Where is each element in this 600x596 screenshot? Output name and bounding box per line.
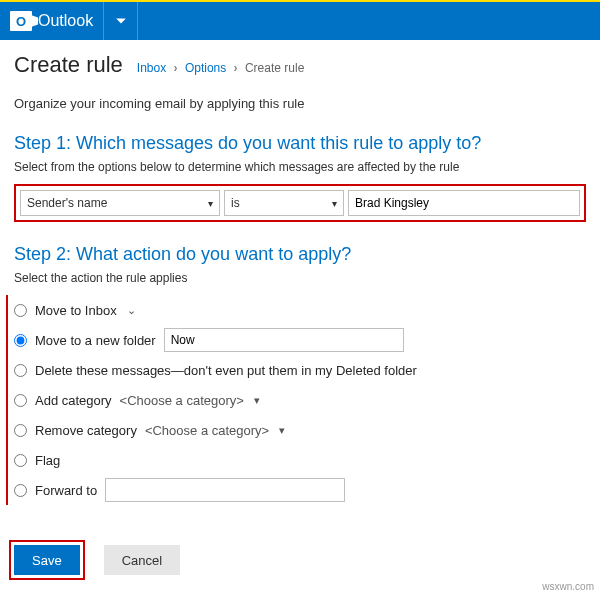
- category-placeholder: <Choose a category>: [145, 423, 269, 438]
- app-name: Outlook: [38, 12, 93, 30]
- cancel-button[interactable]: Cancel: [104, 545, 180, 575]
- option-add-category[interactable]: Add category <Choose a category> ▾: [14, 385, 586, 415]
- intro-text: Organize your incoming email by applying…: [14, 96, 586, 111]
- radio-move-inbox[interactable]: [14, 304, 27, 317]
- radio-forward-to[interactable]: [14, 484, 27, 497]
- breadcrumb-current: Create rule: [245, 61, 304, 75]
- radio-add-category[interactable]: [14, 394, 27, 407]
- condition-operator-dropdown[interactable]: is ▾: [224, 190, 344, 216]
- option-label: Remove category: [35, 423, 137, 438]
- save-button[interactable]: Save: [14, 545, 80, 575]
- button-row: Save Cancel: [14, 545, 586, 575]
- category-placeholder: <Choose a category>: [120, 393, 244, 408]
- app-topbar: O Outlook: [0, 0, 600, 40]
- option-flag[interactable]: Flag: [14, 445, 586, 475]
- option-move-new-folder[interactable]: Move to a new folder: [14, 325, 586, 355]
- caret-down-icon[interactable]: ▾: [279, 424, 285, 437]
- app-menu-dropdown[interactable]: [104, 2, 138, 40]
- option-label: Flag: [35, 453, 60, 468]
- breadcrumb-inbox[interactable]: Inbox: [137, 61, 166, 75]
- option-label: Add category: [35, 393, 112, 408]
- outlook-icon: O: [10, 11, 32, 31]
- page-title: Create rule: [14, 52, 123, 78]
- step1-condition-row: Sender's name ▾ is ▾: [14, 184, 586, 222]
- step1-sub: Select from the options below to determi…: [14, 160, 586, 174]
- condition-value-input[interactable]: [348, 190, 580, 216]
- radio-flag[interactable]: [14, 454, 27, 467]
- option-delete[interactable]: Delete these messages—don't even put the…: [14, 355, 586, 385]
- condition-value-field[interactable]: [355, 196, 573, 210]
- breadcrumb: Inbox › Options › Create rule: [137, 61, 304, 75]
- caret-down-icon: ▾: [332, 198, 337, 209]
- chevron-right-icon: ›: [174, 61, 178, 75]
- new-folder-name-input[interactable]: [164, 328, 404, 352]
- option-move-inbox[interactable]: Move to Inbox ⌄: [14, 295, 586, 325]
- caret-down-icon[interactable]: ▾: [254, 394, 260, 407]
- radio-remove-category[interactable]: [14, 424, 27, 437]
- option-remove-category[interactable]: Remove category <Choose a category> ▾: [14, 415, 586, 445]
- action-options: Move to Inbox ⌄ Move to a new folder Del…: [6, 295, 586, 505]
- option-label: Delete these messages—don't even put the…: [35, 363, 417, 378]
- option-forward-to[interactable]: Forward to: [14, 475, 586, 505]
- radio-move-new-folder[interactable]: [14, 334, 27, 347]
- chevron-down-icon: [115, 15, 127, 27]
- caret-down-icon: ▾: [208, 198, 213, 209]
- breadcrumb-options[interactable]: Options: [185, 61, 226, 75]
- app-logo[interactable]: O Outlook: [0, 2, 104, 40]
- chevron-right-icon: ›: [234, 61, 238, 75]
- option-label: Move to a new folder: [35, 333, 156, 348]
- option-label: Forward to: [35, 483, 97, 498]
- condition-field-dropdown[interactable]: Sender's name ▾: [20, 190, 220, 216]
- radio-delete[interactable]: [14, 364, 27, 377]
- option-label: Move to Inbox: [35, 303, 117, 318]
- condition-field-value: Sender's name: [27, 196, 107, 210]
- forward-to-input[interactable]: [105, 478, 345, 502]
- watermark: wsxwn.com: [542, 581, 594, 585]
- step1-heading: Step 1: Which messages do you want this …: [14, 133, 586, 154]
- chevron-down-icon[interactable]: ⌄: [127, 304, 136, 317]
- condition-operator-value: is: [231, 196, 240, 210]
- step2-sub: Select the action the rule applies: [14, 271, 586, 285]
- step2-heading: Step 2: What action do you want to apply…: [14, 244, 586, 265]
